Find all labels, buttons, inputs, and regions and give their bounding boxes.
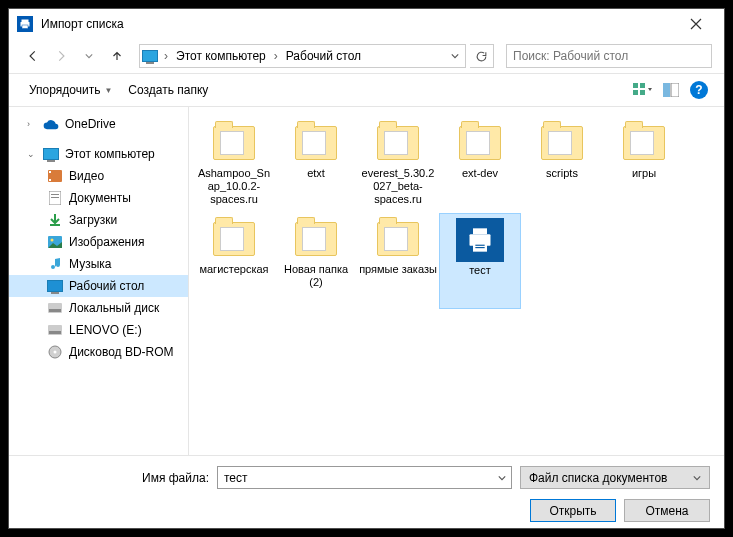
svg-rect-7: [663, 83, 670, 97]
back-button[interactable]: [21, 44, 45, 68]
tree-desktop[interactable]: Рабочий стол: [9, 275, 188, 297]
search-box[interactable]: [506, 44, 712, 68]
address-dropdown[interactable]: [447, 49, 463, 63]
file-item[interactable]: Новая папка (2): [275, 213, 357, 309]
cancel-button[interactable]: Отмена: [624, 499, 710, 522]
pc-icon: [142, 48, 158, 64]
tree-this-pc[interactable]: ⌄Этот компьютер: [9, 143, 188, 165]
file-label: магистерская: [199, 263, 268, 276]
tree-downloads[interactable]: Загрузки: [9, 209, 188, 231]
svg-rect-14: [51, 197, 59, 198]
tree-documents[interactable]: Документы: [9, 187, 188, 209]
refresh-button[interactable]: [470, 44, 494, 68]
pc-icon: [43, 146, 59, 162]
folder-icon: [541, 126, 583, 160]
view-button[interactable]: [630, 78, 656, 102]
svg-rect-3: [633, 83, 638, 88]
body: ›OneDrive ⌄Этот компьютер Видео Документ…: [9, 107, 724, 455]
filename-label: Имя файла:: [23, 471, 209, 485]
search-input[interactable]: [513, 49, 705, 63]
file-item[interactable]: тест: [439, 213, 521, 309]
file-label: ext-dev: [462, 167, 498, 180]
close-button[interactable]: [676, 10, 716, 38]
svg-rect-23: [473, 228, 487, 234]
folder-icon: [377, 222, 419, 256]
open-button[interactable]: Открыть: [530, 499, 616, 522]
file-item[interactable]: игры: [603, 117, 685, 213]
drive-icon: [47, 300, 63, 316]
file-item[interactable]: магистерская: [193, 213, 275, 309]
svg-rect-2: [22, 25, 28, 29]
svg-rect-6: [640, 90, 645, 95]
file-label: etxt: [307, 167, 325, 180]
folder-icon: [295, 222, 337, 256]
folder-icon: [459, 126, 501, 160]
folder-icon: [295, 126, 337, 160]
document-icon: [47, 190, 63, 206]
drive-icon: [47, 322, 63, 338]
help-button[interactable]: ?: [686, 78, 712, 102]
file-list[interactable]: Ashampoo_Snap_10.0.2-spaces.ruetxteveres…: [189, 107, 724, 455]
tree-onedrive[interactable]: ›OneDrive: [9, 113, 188, 135]
titlebar: Импорт списка: [9, 9, 724, 39]
desktop-icon: [47, 278, 63, 294]
disc-icon: [47, 344, 63, 360]
file-item[interactable]: everest_5.30.2027_beta-spaces.ru: [357, 117, 439, 213]
tree-music[interactable]: Музыка: [9, 253, 188, 275]
file-label: Ashampoo_Snap_10.0.2-spaces.ru: [195, 167, 273, 206]
svg-rect-8: [671, 83, 679, 97]
svg-rect-20: [49, 331, 61, 334]
folder-icon: [213, 222, 255, 256]
printer-icon: [17, 16, 33, 32]
folder-icon: [377, 126, 419, 160]
video-icon: [47, 168, 63, 184]
download-icon: [47, 212, 63, 228]
nav-row: › Этот компьютер › Рабочий стол: [9, 39, 724, 73]
filename-dropdown[interactable]: [493, 467, 511, 488]
file-label: игры: [632, 167, 656, 180]
forward-button[interactable]: [49, 44, 73, 68]
breadcrumb-root[interactable]: Этот компьютер: [174, 49, 268, 63]
chevron-icon: ›: [272, 49, 280, 63]
folder-icon: [623, 126, 665, 160]
preview-button[interactable]: [658, 78, 684, 102]
svg-rect-26: [475, 245, 484, 246]
tree-pictures[interactable]: Изображения: [9, 231, 188, 253]
filename-combo[interactable]: [217, 466, 512, 489]
filename-input[interactable]: [218, 467, 493, 488]
file-item[interactable]: прямые заказы: [357, 213, 439, 309]
music-icon: [47, 256, 63, 272]
file-type-filter[interactable]: Файл списка документов: [520, 466, 710, 489]
svg-rect-18: [49, 309, 61, 312]
close-icon: [690, 18, 702, 30]
file-label: everest_5.30.2027_beta-spaces.ru: [359, 167, 437, 206]
file-item[interactable]: ext-dev: [439, 117, 521, 213]
file-item[interactable]: Ashampoo_Snap_10.0.2-spaces.ru: [193, 117, 275, 213]
window-title: Импорт списка: [41, 17, 676, 31]
toolbar: Упорядочить▼ Создать папку ?: [9, 73, 724, 107]
svg-rect-11: [49, 179, 51, 181]
address-bar[interactable]: › Этот компьютер › Рабочий стол: [139, 44, 466, 68]
svg-rect-27: [475, 247, 484, 248]
up-button[interactable]: [105, 44, 129, 68]
help-icon: ?: [690, 81, 708, 99]
file-label: scripts: [546, 167, 578, 180]
file-item[interactable]: scripts: [521, 117, 603, 213]
new-folder-button[interactable]: Создать папку: [120, 79, 216, 101]
nav-tree: ›OneDrive ⌄Этот компьютер Видео Документ…: [9, 107, 189, 455]
tree-bd[interactable]: Дисковод BD-ROM: [9, 341, 188, 363]
tree-lenovo[interactable]: LENOVO (E:): [9, 319, 188, 341]
breadcrumb-location[interactable]: Рабочий стол: [284, 49, 363, 63]
svg-rect-5: [633, 90, 638, 95]
svg-point-16: [51, 239, 54, 242]
tree-local-disk[interactable]: Локальный диск: [9, 297, 188, 319]
footer: Имя файла: Файл списка документов Открыт…: [9, 455, 724, 529]
cloud-icon: [43, 116, 59, 132]
recent-dropdown[interactable]: [77, 44, 101, 68]
organize-button[interactable]: Упорядочить▼: [21, 79, 120, 101]
file-label: Новая папка (2): [277, 263, 355, 289]
file-item[interactable]: etxt: [275, 117, 357, 213]
svg-point-22: [54, 351, 57, 354]
tree-videos[interactable]: Видео: [9, 165, 188, 187]
folder-icon: [213, 126, 255, 160]
